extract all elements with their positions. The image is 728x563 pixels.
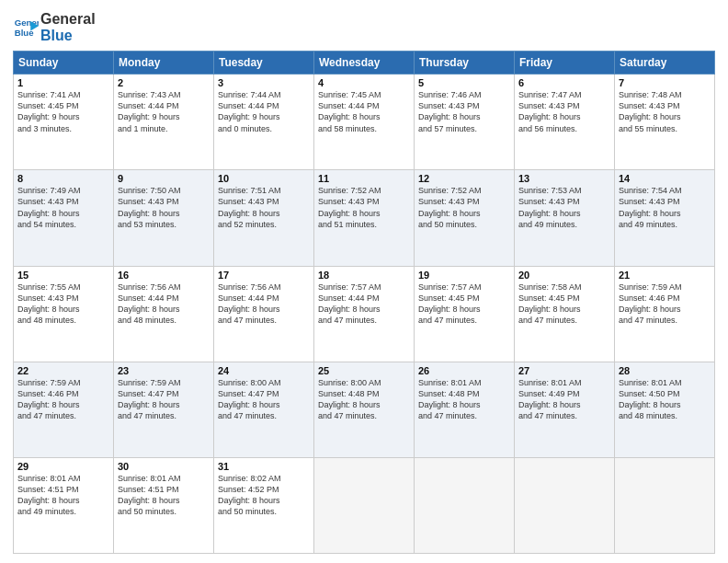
- calendar-table: SundayMondayTuesdayWednesdayThursdayFrid…: [13, 51, 715, 554]
- day-info: Sunrise: 7:59 AM Sunset: 4:47 PM Dayligh…: [118, 377, 210, 422]
- day-cell-8: 8Sunrise: 7:49 AM Sunset: 4:43 PM Daylig…: [14, 170, 114, 266]
- week-row-4: 22Sunrise: 7:59 AM Sunset: 4:46 PM Dayli…: [14, 362, 715, 457]
- logo-area: General Blue GeneralBlue: [13, 11, 96, 43]
- day-info: Sunrise: 7:57 AM Sunset: 4:44 PM Dayligh…: [318, 282, 410, 327]
- day-cell-23: 23Sunrise: 7:59 AM Sunset: 4:47 PM Dayli…: [114, 362, 214, 457]
- day-info: Sunrise: 8:01 AM Sunset: 4:50 PM Dayligh…: [619, 377, 711, 422]
- day-cell-31: 31Sunrise: 8:02 AM Sunset: 4:52 PM Dayli…: [214, 457, 314, 553]
- empty-cell: [515, 457, 615, 553]
- day-number: 9: [118, 173, 210, 184]
- day-cell-16: 16Sunrise: 7:56 AM Sunset: 4:44 PM Dayli…: [114, 266, 214, 362]
- day-info: Sunrise: 8:01 AM Sunset: 4:48 PM Dayligh…: [418, 377, 510, 422]
- day-info: Sunrise: 8:00 AM Sunset: 4:47 PM Dayligh…: [218, 377, 310, 422]
- day-info: Sunrise: 7:50 AM Sunset: 4:43 PM Dayligh…: [118, 185, 210, 230]
- day-number: 5: [418, 77, 510, 88]
- day-info: Sunrise: 8:02 AM Sunset: 4:52 PM Dayligh…: [218, 473, 310, 518]
- day-cell-3: 3Sunrise: 7:44 AM Sunset: 4:44 PM Daylig…: [214, 75, 314, 170]
- day-number: 1: [17, 77, 109, 88]
- day-number: 12: [418, 173, 510, 184]
- day-info: Sunrise: 7:45 AM Sunset: 4:44 PM Dayligh…: [318, 89, 410, 134]
- weekday-header-sunday: Sunday: [14, 52, 114, 75]
- day-number: 24: [218, 365, 310, 376]
- day-info: Sunrise: 7:44 AM Sunset: 4:44 PM Dayligh…: [218, 89, 310, 134]
- day-cell-18: 18Sunrise: 7:57 AM Sunset: 4:44 PM Dayli…: [314, 266, 415, 362]
- day-number: 7: [619, 77, 711, 88]
- weekday-header-saturday: Saturday: [615, 52, 715, 75]
- day-number: 16: [118, 270, 210, 281]
- day-cell-20: 20Sunrise: 7:58 AM Sunset: 4:45 PM Dayli…: [515, 266, 615, 362]
- day-cell-26: 26Sunrise: 8:01 AM Sunset: 4:48 PM Dayli…: [415, 362, 515, 457]
- day-number: 15: [17, 270, 109, 281]
- day-number: 8: [17, 173, 109, 184]
- logo-text: GeneralBlue: [40, 11, 96, 43]
- day-number: 29: [17, 461, 109, 472]
- day-cell-24: 24Sunrise: 8:00 AM Sunset: 4:47 PM Dayli…: [214, 362, 314, 457]
- empty-cell: [314, 457, 415, 553]
- day-info: Sunrise: 7:43 AM Sunset: 4:44 PM Dayligh…: [118, 89, 210, 134]
- day-cell-28: 28Sunrise: 8:01 AM Sunset: 4:50 PM Dayli…: [615, 362, 715, 457]
- day-number: 6: [518, 77, 610, 88]
- day-cell-9: 9Sunrise: 7:50 AM Sunset: 4:43 PM Daylig…: [114, 170, 214, 266]
- day-number: 11: [318, 173, 410, 184]
- day-number: 4: [318, 77, 410, 88]
- day-number: 27: [518, 365, 610, 376]
- day-cell-4: 4Sunrise: 7:45 AM Sunset: 4:44 PM Daylig…: [314, 75, 415, 170]
- day-cell-15: 15Sunrise: 7:55 AM Sunset: 4:43 PM Dayli…: [14, 266, 114, 362]
- day-number: 20: [518, 270, 610, 281]
- day-cell-7: 7Sunrise: 7:48 AM Sunset: 4:43 PM Daylig…: [615, 75, 715, 170]
- day-cell-1: 1Sunrise: 7:41 AM Sunset: 4:45 PM Daylig…: [14, 75, 114, 170]
- empty-cell: [615, 457, 715, 553]
- day-number: 23: [118, 365, 210, 376]
- day-info: Sunrise: 8:01 AM Sunset: 4:51 PM Dayligh…: [17, 473, 109, 518]
- day-cell-6: 6Sunrise: 7:47 AM Sunset: 4:43 PM Daylig…: [515, 75, 615, 170]
- day-info: Sunrise: 7:51 AM Sunset: 4:43 PM Dayligh…: [218, 185, 310, 230]
- day-info: Sunrise: 7:52 AM Sunset: 4:43 PM Dayligh…: [418, 185, 510, 230]
- day-number: 2: [118, 77, 210, 88]
- day-cell-30: 30Sunrise: 8:01 AM Sunset: 4:51 PM Dayli…: [114, 457, 214, 553]
- day-number: 21: [619, 270, 711, 281]
- day-info: Sunrise: 7:59 AM Sunset: 4:46 PM Dayligh…: [17, 377, 109, 422]
- day-number: 10: [218, 173, 310, 184]
- weekday-header-wednesday: Wednesday: [314, 52, 415, 75]
- day-info: Sunrise: 7:52 AM Sunset: 4:43 PM Dayligh…: [318, 185, 410, 230]
- day-cell-14: 14Sunrise: 7:54 AM Sunset: 4:43 PM Dayli…: [615, 170, 715, 266]
- week-row-2: 8Sunrise: 7:49 AM Sunset: 4:43 PM Daylig…: [14, 170, 715, 266]
- day-number: 19: [418, 270, 510, 281]
- day-cell-2: 2Sunrise: 7:43 AM Sunset: 4:44 PM Daylig…: [114, 75, 214, 170]
- page: General Blue GeneralBlue SundayMondayTue…: [0, 0, 728, 563]
- logo-icon: General Blue: [13, 15, 39, 40]
- weekday-header-thursday: Thursday: [415, 52, 515, 75]
- day-info: Sunrise: 7:57 AM Sunset: 4:45 PM Dayligh…: [418, 282, 510, 327]
- day-info: Sunrise: 8:00 AM Sunset: 4:48 PM Dayligh…: [318, 377, 410, 422]
- day-number: 28: [619, 365, 711, 376]
- day-number: 30: [118, 461, 210, 472]
- day-cell-12: 12Sunrise: 7:52 AM Sunset: 4:43 PM Dayli…: [415, 170, 515, 266]
- day-info: Sunrise: 7:58 AM Sunset: 4:45 PM Dayligh…: [518, 282, 610, 327]
- day-cell-21: 21Sunrise: 7:59 AM Sunset: 4:46 PM Dayli…: [615, 266, 715, 362]
- day-info: Sunrise: 7:59 AM Sunset: 4:46 PM Dayligh…: [619, 282, 711, 327]
- day-cell-27: 27Sunrise: 8:01 AM Sunset: 4:49 PM Dayli…: [515, 362, 615, 457]
- day-cell-22: 22Sunrise: 7:59 AM Sunset: 4:46 PM Dayli…: [14, 362, 114, 457]
- day-info: Sunrise: 7:48 AM Sunset: 4:43 PM Dayligh…: [619, 89, 711, 134]
- week-row-5: 29Sunrise: 8:01 AM Sunset: 4:51 PM Dayli…: [14, 457, 715, 553]
- weekday-header-tuesday: Tuesday: [214, 52, 314, 75]
- day-cell-10: 10Sunrise: 7:51 AM Sunset: 4:43 PM Dayli…: [214, 170, 314, 266]
- day-number: 3: [218, 77, 310, 88]
- weekday-header-monday: Monday: [114, 52, 214, 75]
- day-info: Sunrise: 7:46 AM Sunset: 4:43 PM Dayligh…: [418, 89, 510, 134]
- day-info: Sunrise: 7:54 AM Sunset: 4:43 PM Dayligh…: [619, 185, 711, 230]
- day-info: Sunrise: 7:49 AM Sunset: 4:43 PM Dayligh…: [17, 185, 109, 230]
- day-info: Sunrise: 7:56 AM Sunset: 4:44 PM Dayligh…: [218, 282, 310, 327]
- day-info: Sunrise: 8:01 AM Sunset: 4:51 PM Dayligh…: [118, 473, 210, 518]
- day-cell-11: 11Sunrise: 7:52 AM Sunset: 4:43 PM Dayli…: [314, 170, 415, 266]
- day-number: 18: [318, 270, 410, 281]
- weekday-header-row: SundayMondayTuesdayWednesdayThursdayFrid…: [14, 52, 715, 75]
- header: General Blue GeneralBlue: [13, 11, 715, 43]
- weekday-header-friday: Friday: [515, 52, 615, 75]
- day-number: 25: [318, 365, 410, 376]
- day-info: Sunrise: 7:41 AM Sunset: 4:45 PM Dayligh…: [17, 89, 109, 134]
- day-info: Sunrise: 7:47 AM Sunset: 4:43 PM Dayligh…: [518, 89, 610, 134]
- day-number: 22: [17, 365, 109, 376]
- day-cell-5: 5Sunrise: 7:46 AM Sunset: 4:43 PM Daylig…: [415, 75, 515, 170]
- day-info: Sunrise: 7:56 AM Sunset: 4:44 PM Dayligh…: [118, 282, 210, 327]
